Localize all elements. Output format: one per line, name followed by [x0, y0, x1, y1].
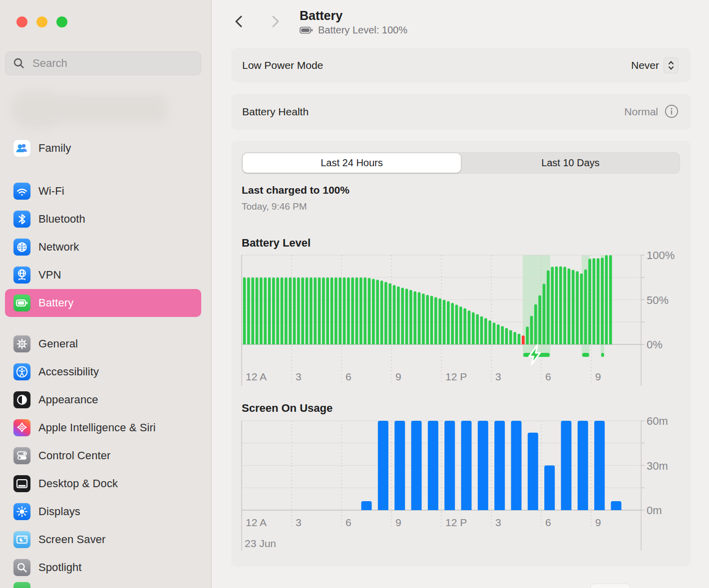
svg-text:3: 3: [296, 517, 302, 528]
screen-saver-icon: [13, 531, 30, 548]
last-charged-time: Today, 9:46 PM: [242, 201, 307, 212]
battery-level-chart[interactable]: 12 A36912 P369100%50%0%: [231, 250, 706, 392]
toggles-icon: [13, 447, 30, 464]
sidebar-item-label: Bluetooth: [38, 213, 85, 226]
sidebar-item-screen-saver[interactable]: Screen Saver: [5, 526, 201, 554]
sidebar-item-general[interactable]: General: [5, 330, 201, 358]
wifi-icon: [13, 183, 30, 200]
sidebar-item-apple-intelligence-siri[interactable]: Apple Intelligence & Siri: [5, 414, 201, 442]
sidebar-item-label: Battery: [38, 296, 73, 309]
sidebar-item-appearance[interactable]: Appearance: [5, 386, 201, 414]
screen-on-usage-chart-title: Screen On Usage: [242, 402, 333, 415]
partial-sidebar-icon: [13, 582, 30, 588]
svg-text:12 A: 12 A: [246, 517, 267, 528]
svg-text:12 P: 12 P: [445, 371, 467, 382]
appearance-icon: [13, 391, 30, 408]
battery-status-line: Battery Level: 100%: [300, 24, 407, 36]
sidebar-item-accessibility[interactable]: Accessibility: [5, 358, 201, 386]
bluetooth-icon: [13, 211, 30, 228]
zoom-window-button[interactable]: [56, 16, 67, 27]
low-power-mode-popup-button[interactable]: [664, 57, 679, 73]
svg-text:0%: 0%: [647, 338, 663, 351]
sidebar-item-network[interactable]: Network: [5, 233, 201, 261]
sidebar-item-wifi[interactable]: Wi-Fi: [5, 177, 201, 205]
family-icon: [13, 140, 30, 157]
sidebar-item-family[interactable]: Family: [5, 134, 201, 162]
screen-on-usage-chart[interactable]: 12 A36912 P36960m30m0m23 Jun: [231, 414, 706, 557]
last-charged-title: Last charged to 100%: [242, 185, 350, 196]
svg-text:3: 3: [495, 371, 501, 382]
chevron-up-down-icon: [667, 60, 675, 71]
desktop-window-icon: [13, 475, 30, 492]
vpn-globe-icon: [13, 267, 30, 284]
svg-text:6: 6: [545, 517, 551, 528]
partial-bottom-element: [591, 584, 630, 588]
sidebar-item-label: General: [38, 337, 78, 350]
sidebar-item-label: Appearance: [38, 393, 98, 406]
apple-intelligence-icon: [13, 419, 30, 436]
back-button[interactable]: [232, 14, 247, 30]
svg-text:60m: 60m: [647, 415, 668, 427]
battery-health-row: Battery Health Normal: [231, 94, 691, 130]
svg-text:9: 9: [395, 371, 401, 382]
sidebar-item-label: Desktop & Dock: [38, 477, 118, 490]
sidebar-item-label: Family: [38, 142, 71, 155]
low-power-mode-row: Low Power Mode Never: [231, 48, 691, 82]
svg-text:9: 9: [595, 371, 601, 382]
sidebar-item-label: Spotlight: [38, 561, 82, 574]
svg-text:6: 6: [346, 517, 352, 528]
battery-status-text: Battery Level: 100%: [318, 24, 407, 36]
search-input[interactable]: Search: [5, 51, 201, 75]
svg-text:3: 3: [495, 517, 501, 528]
sidebar-item-displays[interactable]: Displays: [5, 498, 201, 526]
battery-health-info-button[interactable]: [665, 104, 679, 120]
info-icon: [665, 104, 679, 118]
gear-icon: [13, 335, 30, 352]
svg-text:12 P: 12 P: [445, 517, 467, 528]
battery-icon: [13, 294, 30, 311]
battery-level-chart-title: Battery Level: [242, 237, 311, 250]
low-power-mode-label: Low Power Mode: [242, 59, 323, 71]
svg-text:100%: 100%: [647, 250, 675, 262]
svg-text:23 Jun: 23 Jun: [245, 538, 276, 549]
sidebar-item-label: Wi-Fi: [38, 185, 64, 198]
sidebar-item-desktop-dock[interactable]: Desktop & Dock: [5, 470, 201, 498]
sidebar-item-label: VPN: [38, 269, 61, 282]
forward-button[interactable]: [268, 14, 283, 30]
sidebar-item-label: Screen Saver: [38, 533, 106, 546]
sidebar-item-vpn[interactable]: VPN: [5, 261, 201, 289]
sidebar-item-label: Displays: [38, 505, 80, 518]
time-range-segmented-control: Last 24 Hours Last 10 Days: [242, 152, 680, 174]
accessibility-icon: [13, 363, 30, 380]
minimize-window-button[interactable]: [36, 16, 47, 27]
svg-text:9: 9: [595, 517, 601, 528]
sidebar-item-label: Control Center: [38, 449, 110, 462]
tab-last-10-days[interactable]: Last 10 Days: [461, 152, 680, 174]
svg-text:0m: 0m: [647, 504, 662, 517]
chevron-left-icon: [232, 14, 247, 29]
sidebar: Search Family: [0, 0, 211, 588]
battery-glyph-icon: [300, 26, 314, 34]
network-globe-icon: [13, 239, 30, 256]
svg-text:50%: 50%: [647, 294, 669, 306]
sidebar-item-label: Accessibility: [38, 365, 99, 378]
svg-text:12 A: 12 A: [246, 371, 267, 382]
search-icon: [11, 56, 26, 71]
search-placeholder: Search: [32, 57, 67, 70]
battery-health-label: Battery Health: [242, 106, 309, 118]
page-title: Battery: [300, 8, 343, 23]
sidebar-item-bluetooth[interactable]: Bluetooth: [5, 205, 201, 233]
svg-text:9: 9: [395, 517, 401, 528]
chevron-right-icon: [268, 14, 283, 29]
close-window-button[interactable]: [16, 16, 27, 27]
sidebar-item-control-center[interactable]: Control Center: [5, 442, 201, 470]
svg-text:30m: 30m: [647, 460, 668, 472]
svg-text:3: 3: [296, 371, 302, 382]
system-settings-window: Search Family: [0, 0, 709, 588]
tab-last-24-hours[interactable]: Last 24 Hours: [243, 153, 461, 173]
sidebar-item-battery[interactable]: Battery: [5, 289, 201, 317]
sun-icon: [13, 503, 30, 520]
sidebar-item-spotlight[interactable]: Spotlight: [5, 554, 201, 582]
battery-health-value: Normal: [624, 106, 658, 118]
low-power-mode-value: Never: [631, 59, 659, 71]
